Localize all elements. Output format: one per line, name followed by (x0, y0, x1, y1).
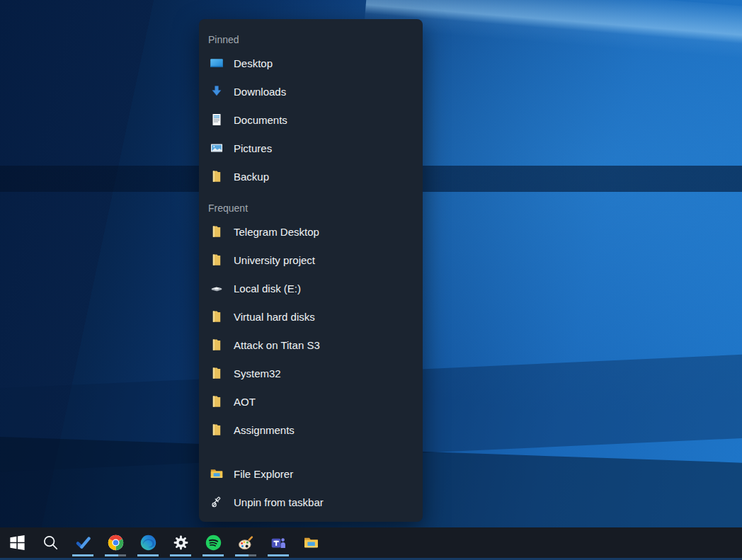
running-indicator (202, 554, 224, 556)
unpin-icon (210, 495, 224, 509)
downloads-icon (210, 84, 224, 98)
folder-icon (210, 253, 224, 267)
to-do-taskbar-button[interactable] (67, 527, 99, 558)
item-label: Backup (234, 171, 269, 183)
jumplist-item-backup[interactable]: Backup (199, 162, 423, 190)
item-label: Desktop (234, 57, 273, 69)
item-label: Downloads (234, 86, 286, 98)
jumplist-separator (199, 444, 423, 459)
settings-icon (173, 535, 189, 551)
jumplist-item-file-explorer[interactable]: File Explorer (199, 459, 423, 488)
chrome-taskbar-button[interactable] (99, 527, 132, 558)
search-icon (42, 535, 59, 551)
item-label: File Explorer (234, 468, 293, 480)
folder-icon (210, 169, 224, 183)
jumplist-item-university-project[interactable]: University project (199, 246, 423, 274)
paint-icon (238, 535, 254, 551)
item-label: System32 (234, 367, 281, 379)
edge-taskbar-button[interactable] (132, 527, 164, 558)
running-indicator (72, 554, 93, 556)
item-label: AOT (234, 396, 256, 408)
desktop-wallpaper: PinnedDesktopDownloadsDocumentsPicturesB… (0, 0, 742, 527)
item-label: Unpin from taskbar (234, 496, 324, 508)
jumplist-item-attack-on-titan-s3[interactable]: Attack on Titan S3 (199, 331, 423, 359)
jumplist-item-local-disk-e[interactable]: Local disk (E:) (199, 274, 423, 302)
desktop-icon (210, 56, 224, 70)
jumplist-item-downloads[interactable]: Downloads (199, 77, 423, 105)
file-explorer-icon (210, 467, 224, 481)
folder-icon (210, 338, 224, 352)
file-explorer-jumplist: PinnedDesktopDownloadsDocumentsPicturesB… (199, 19, 423, 522)
disk-icon (210, 281, 224, 295)
windows-logo-icon (9, 535, 25, 551)
jumplist-item-pictures[interactable]: Pictures (199, 134, 423, 162)
jumplist-item-telegram-desktop[interactable]: Telegram Desktop (199, 217, 423, 246)
running-indicator (268, 554, 289, 556)
jumplist-item-unpin-from-taskbar[interactable]: Unpin from taskbar (199, 488, 423, 516)
running-indicator (170, 554, 191, 556)
todo-check-icon (75, 535, 91, 551)
file-explorer-icon (303, 535, 319, 551)
settings-taskbar-button[interactable] (164, 527, 197, 558)
folder-icon (210, 224, 224, 239)
folder-icon (210, 394, 224, 408)
folder-icon (210, 309, 224, 324)
running-indicator (235, 554, 256, 556)
item-label: Attack on Titan S3 (234, 339, 320, 351)
search-taskbar-button[interactable] (34, 527, 67, 558)
jumplist-item-assignments[interactable]: Assignments (199, 416, 423, 444)
teams-taskbar-button[interactable] (262, 527, 295, 558)
start-taskbar-button[interactable] (0, 527, 34, 558)
spotify-icon (205, 535, 222, 551)
file-explorer-taskbar-button[interactable] (295, 527, 327, 558)
running-indicator (137, 554, 159, 556)
running-indicator (105, 554, 126, 556)
paint-taskbar-button[interactable] (229, 527, 262, 558)
edge-icon (140, 535, 156, 551)
section-header-frequent: Frequent (199, 199, 423, 217)
item-label: Virtual hard disks (234, 311, 315, 323)
folder-icon (210, 366, 224, 380)
jumplist-item-desktop[interactable]: Desktop (199, 49, 423, 77)
documents-icon (210, 113, 224, 127)
chrome-icon (108, 535, 124, 551)
jumplist-item-documents[interactable]: Documents (199, 105, 423, 134)
jumplist-item-system32[interactable]: System32 (199, 359, 423, 387)
folder-icon (210, 423, 224, 437)
item-label: Telegram Desktop (234, 226, 319, 238)
section-header-pinned: Pinned (199, 30, 423, 49)
teams-icon (270, 535, 287, 551)
jumplist-item-virtual-hard-disks[interactable]: Virtual hard disks (199, 302, 423, 331)
spotify-taskbar-button[interactable] (197, 527, 229, 558)
taskbar (0, 527, 742, 558)
jumplist-item-aot[interactable]: AOT (199, 387, 423, 416)
item-label: Documents (234, 114, 287, 126)
item-label: Local disk (E:) (234, 282, 301, 295)
item-label: Pictures (234, 142, 272, 154)
item-label: Assignments (234, 424, 295, 436)
item-label: University project (234, 254, 315, 266)
pictures-icon (210, 141, 224, 155)
